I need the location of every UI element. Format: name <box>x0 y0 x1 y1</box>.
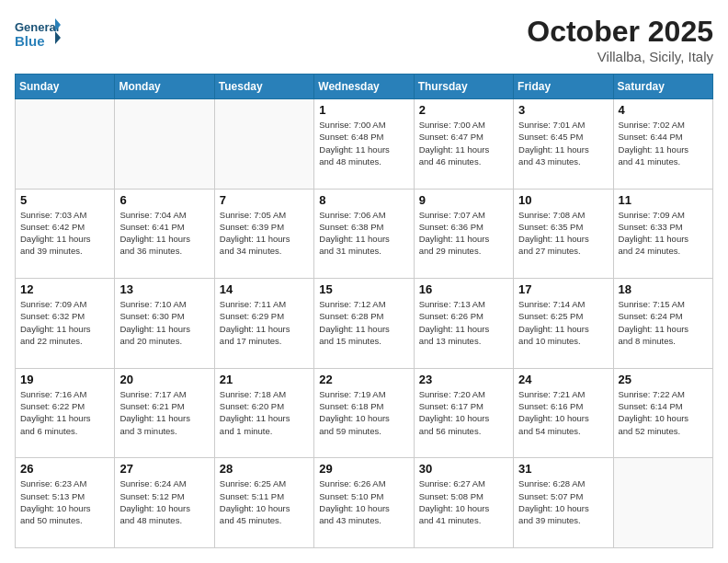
day-number: 20 <box>119 373 209 386</box>
day-number: 22 <box>319 373 408 386</box>
day-info: Sunrise: 7:02 AM Sunset: 6:44 PM Dayligh… <box>619 119 708 167</box>
calendar-cell: 4Sunrise: 7:02 AM Sunset: 6:44 PM Daylig… <box>613 99 712 190</box>
calendar-cell: 2Sunrise: 7:00 AM Sunset: 6:47 PM Daylig… <box>414 99 513 190</box>
day-number: 17 <box>518 282 608 296</box>
col-friday: Friday <box>514 75 613 99</box>
day-info: Sunrise: 7:05 AM Sunset: 6:39 PM Dayligh… <box>220 209 309 258</box>
day-number: 18 <box>619 282 708 296</box>
col-saturday: Saturday <box>613 75 712 99</box>
day-info: Sunrise: 7:19 AM Sunset: 6:18 PM Dayligh… <box>319 388 408 437</box>
day-info: Sunrise: 7:06 AM Sunset: 6:38 PM Dayligh… <box>319 209 408 258</box>
day-info: Sunrise: 7:15 AM Sunset: 6:24 PM Dayligh… <box>619 298 708 347</box>
day-number: 5 <box>20 193 109 207</box>
day-info: Sunrise: 7:16 AM Sunset: 6:22 PM Dayligh… <box>20 388 109 437</box>
calendar-cell: 3Sunrise: 7:01 AM Sunset: 6:45 PM Daylig… <box>514 99 613 190</box>
calendar-cell <box>115 99 214 190</box>
day-info: Sunrise: 7:03 AM Sunset: 6:42 PM Dayligh… <box>20 209 109 258</box>
day-number: 28 <box>220 462 309 476</box>
calendar-cell: 14Sunrise: 7:11 AM Sunset: 6:29 PM Dayli… <box>214 279 313 369</box>
day-info: Sunrise: 7:01 AM Sunset: 6:45 PM Dayligh… <box>518 119 608 167</box>
calendar-cell: 5Sunrise: 7:03 AM Sunset: 6:42 PM Daylig… <box>16 189 115 279</box>
calendar-cell <box>16 99 115 190</box>
day-number: 30 <box>419 462 508 476</box>
day-number: 27 <box>119 462 209 476</box>
day-number: 11 <box>619 193 708 207</box>
svg-text:Blue: Blue <box>15 33 45 49</box>
day-info: Sunrise: 6:28 AM Sunset: 5:07 PM Dayligh… <box>518 477 608 526</box>
col-thursday: Thursday <box>414 75 513 99</box>
month-title: October 2025 <box>527 15 713 49</box>
day-number: 31 <box>518 462 608 476</box>
calendar-cell: 15Sunrise: 7:12 AM Sunset: 6:28 PM Dayli… <box>314 279 414 369</box>
calendar-cell: 8Sunrise: 7:06 AM Sunset: 6:38 PM Daylig… <box>314 189 414 279</box>
calendar-cell: 31Sunrise: 6:28 AM Sunset: 5:07 PM Dayli… <box>514 458 613 548</box>
day-info: Sunrise: 7:04 AM Sunset: 6:41 PM Dayligh… <box>119 209 209 258</box>
day-info: Sunrise: 7:20 AM Sunset: 6:17 PM Dayligh… <box>419 388 508 437</box>
day-number: 25 <box>619 373 708 386</box>
day-info: Sunrise: 6:23 AM Sunset: 5:13 PM Dayligh… <box>20 477 109 526</box>
calendar-week-row: 12Sunrise: 7:09 AM Sunset: 6:32 PM Dayli… <box>16 279 713 369</box>
day-info: Sunrise: 7:18 AM Sunset: 6:20 PM Dayligh… <box>220 388 309 437</box>
day-info: Sunrise: 7:14 AM Sunset: 6:25 PM Dayligh… <box>518 298 608 347</box>
day-number: 3 <box>518 103 608 117</box>
calendar-cell: 26Sunrise: 6:23 AM Sunset: 5:13 PM Dayli… <box>16 458 115 548</box>
day-number: 7 <box>220 193 309 207</box>
day-number: 24 <box>518 373 608 386</box>
day-number: 19 <box>20 373 109 386</box>
col-monday: Monday <box>115 75 214 99</box>
day-number: 8 <box>319 193 408 207</box>
calendar-cell: 17Sunrise: 7:14 AM Sunset: 6:25 PM Dayli… <box>514 279 613 369</box>
day-number: 9 <box>419 193 508 207</box>
day-number: 23 <box>419 373 508 386</box>
calendar-cell: 24Sunrise: 7:21 AM Sunset: 6:16 PM Dayli… <box>514 368 613 458</box>
calendar-cell: 1Sunrise: 7:00 AM Sunset: 6:48 PM Daylig… <box>314 99 414 190</box>
calendar-cell: 7Sunrise: 7:05 AM Sunset: 6:39 PM Daylig… <box>214 189 313 279</box>
day-info: Sunrise: 7:12 AM Sunset: 6:28 PM Dayligh… <box>319 298 408 347</box>
day-number: 10 <box>518 193 608 207</box>
calendar-cell: 12Sunrise: 7:09 AM Sunset: 6:32 PM Dayli… <box>16 279 115 369</box>
day-info: Sunrise: 7:13 AM Sunset: 6:26 PM Dayligh… <box>419 298 508 347</box>
day-number: 4 <box>619 103 708 117</box>
day-number: 2 <box>419 103 508 117</box>
calendar-cell: 29Sunrise: 6:26 AM Sunset: 5:10 PM Dayli… <box>314 458 414 548</box>
day-info: Sunrise: 6:26 AM Sunset: 5:10 PM Dayligh… <box>319 477 408 526</box>
day-info: Sunrise: 7:00 AM Sunset: 6:48 PM Dayligh… <box>319 119 408 167</box>
calendar-header-row: Sunday Monday Tuesday Wednesday Thursday… <box>16 75 713 99</box>
page-header: General Blue October 2025 Villalba, Sici… <box>15 15 713 64</box>
logo-svg: General Blue <box>15 15 61 53</box>
calendar-cell <box>214 99 313 190</box>
calendar-cell: 18Sunrise: 7:15 AM Sunset: 6:24 PM Dayli… <box>613 279 712 369</box>
day-info: Sunrise: 7:11 AM Sunset: 6:29 PM Dayligh… <box>220 298 309 347</box>
logo: General Blue <box>15 15 61 53</box>
day-number: 16 <box>419 282 508 296</box>
col-tuesday: Tuesday <box>214 75 313 99</box>
calendar-cell: 30Sunrise: 6:27 AM Sunset: 5:08 PM Dayli… <box>414 458 513 548</box>
day-info: Sunrise: 7:09 AM Sunset: 6:32 PM Dayligh… <box>20 298 109 347</box>
calendar-cell: 20Sunrise: 7:17 AM Sunset: 6:21 PM Dayli… <box>115 368 214 458</box>
calendar-cell: 16Sunrise: 7:13 AM Sunset: 6:26 PM Dayli… <box>414 279 513 369</box>
day-info: Sunrise: 7:10 AM Sunset: 6:30 PM Dayligh… <box>119 298 209 347</box>
day-number: 1 <box>319 103 408 117</box>
title-block: October 2025 Villalba, Sicily, Italy <box>527 15 713 64</box>
calendar-table: Sunday Monday Tuesday Wednesday Thursday… <box>15 74 713 548</box>
calendar-week-row: 5Sunrise: 7:03 AM Sunset: 6:42 PM Daylig… <box>16 189 713 279</box>
day-info: Sunrise: 7:21 AM Sunset: 6:16 PM Dayligh… <box>518 388 608 437</box>
calendar-cell <box>613 458 712 548</box>
day-number: 13 <box>119 282 209 296</box>
day-number: 29 <box>319 462 408 476</box>
day-info: Sunrise: 7:00 AM Sunset: 6:47 PM Dayligh… <box>419 119 508 167</box>
day-number: 12 <box>20 282 109 296</box>
calendar-cell: 19Sunrise: 7:16 AM Sunset: 6:22 PM Dayli… <box>16 368 115 458</box>
calendar-week-row: 26Sunrise: 6:23 AM Sunset: 5:13 PM Dayli… <box>16 458 713 548</box>
calendar-cell: 9Sunrise: 7:07 AM Sunset: 6:36 PM Daylig… <box>414 189 513 279</box>
calendar-week-row: 19Sunrise: 7:16 AM Sunset: 6:22 PM Dayli… <box>16 368 713 458</box>
day-number: 15 <box>319 282 408 296</box>
day-number: 14 <box>220 282 309 296</box>
calendar-cell: 10Sunrise: 7:08 AM Sunset: 6:35 PM Dayli… <box>514 189 613 279</box>
day-info: Sunrise: 6:27 AM Sunset: 5:08 PM Dayligh… <box>419 477 508 526</box>
col-sunday: Sunday <box>16 75 115 99</box>
calendar-cell: 13Sunrise: 7:10 AM Sunset: 6:30 PM Dayli… <box>115 279 214 369</box>
location: Villalba, Sicily, Italy <box>527 49 713 64</box>
calendar-week-row: 1Sunrise: 7:00 AM Sunset: 6:48 PM Daylig… <box>16 99 713 190</box>
day-info: Sunrise: 7:17 AM Sunset: 6:21 PM Dayligh… <box>119 388 209 437</box>
